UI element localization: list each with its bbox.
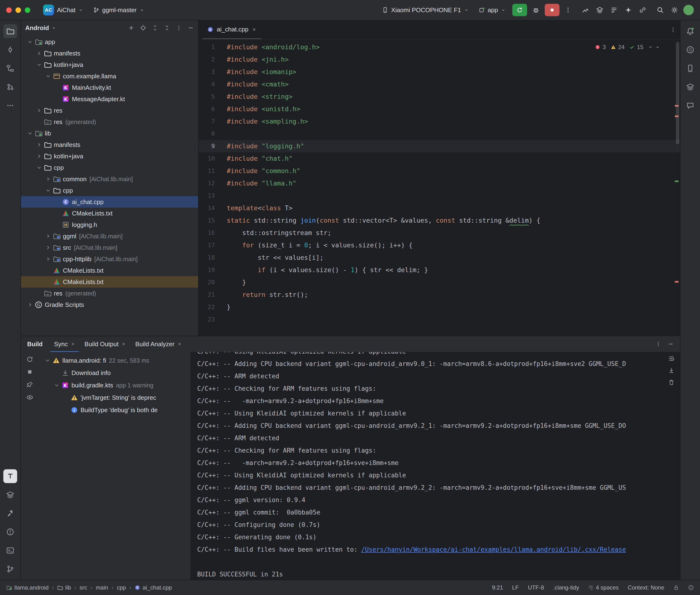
tree-item[interactable]: src[AiChat.lib.main] xyxy=(21,242,198,253)
minimize-window-button[interactable] xyxy=(16,7,21,13)
line-number[interactable]: 2 xyxy=(199,53,223,66)
line-number[interactable]: 13 xyxy=(199,190,223,202)
line-number[interactable]: 20 xyxy=(199,276,223,289)
rerun-button[interactable] xyxy=(512,4,527,16)
indent-widget[interactable]: 4 spaces xyxy=(588,584,619,591)
tree-item[interactable]: CMakeLists.txt xyxy=(21,265,198,276)
run-configuration-selector[interactable]: app xyxy=(475,4,509,16)
close-window-button[interactable] xyxy=(6,7,12,13)
more-options-icon[interactable] xyxy=(655,341,662,347)
chevron-open-icon[interactable] xyxy=(35,164,43,171)
chevron-open-icon[interactable] xyxy=(43,357,52,364)
more-options-icon[interactable] xyxy=(176,25,182,31)
breadcrumb-item[interactable]: src xyxy=(80,584,87,591)
editor-options-icon[interactable] xyxy=(670,27,676,33)
next-problem-icon[interactable] xyxy=(655,45,660,50)
code-line[interactable]: 8 xyxy=(199,128,680,140)
tree-item[interactable]: cpp-httplib[AiChat.lib.main] xyxy=(21,253,198,265)
console-file-link[interactable]: /Users/hanyin/Workspace/ai-chat/examples… xyxy=(361,546,626,553)
line-number[interactable]: 19 xyxy=(199,264,223,276)
more-actions-button[interactable] xyxy=(565,7,571,13)
expand-all-icon[interactable] xyxy=(152,25,158,31)
collapse-all-icon[interactable] xyxy=(164,25,170,31)
line-number[interactable]: 8 xyxy=(199,128,223,140)
more-tool-windows-button[interactable] xyxy=(3,98,17,112)
chevron-closed-icon[interactable] xyxy=(44,176,52,182)
previous-problem-icon[interactable] xyxy=(648,45,653,50)
close-icon[interactable] xyxy=(71,342,75,346)
line-number[interactable]: 7 xyxy=(199,115,223,128)
notifications-tool-button[interactable] xyxy=(683,24,697,38)
hide-panel-icon[interactable] xyxy=(188,25,194,31)
code-line[interactable]: 14template<class T> xyxy=(199,202,680,214)
line-number[interactable]: 4 xyxy=(199,78,223,90)
code-line[interactable]: 20 } xyxy=(199,276,680,289)
pin-icon[interactable] xyxy=(26,381,33,388)
line-number[interactable]: 22 xyxy=(199,301,223,313)
tree-item[interactable]: res(generated) xyxy=(21,288,198,299)
tab-sync[interactable]: Sync xyxy=(50,336,79,352)
code-line[interactable]: 15static std::string join(const std::vec… xyxy=(199,214,680,227)
problems-tool-button[interactable] xyxy=(3,525,17,539)
search-everywhere-icon[interactable] xyxy=(657,6,664,13)
locate-file-icon[interactable] xyxy=(140,25,146,31)
device-selector[interactable]: Xiaomi POCOPHONE F1 xyxy=(379,4,472,16)
breadcrumb-item[interactable]: cpp xyxy=(117,584,126,591)
line-number[interactable]: 21 xyxy=(199,289,223,301)
line-number[interactable]: 1 xyxy=(199,41,223,53)
app-inspection-icon[interactable] xyxy=(596,6,603,13)
editor-scrollbar[interactable] xyxy=(676,42,679,144)
code-line[interactable]: 9#include "logging.h" xyxy=(199,140,680,152)
hide-panel-icon[interactable] xyxy=(668,341,674,347)
line-number[interactable]: 3 xyxy=(199,66,223,78)
gemini-icon[interactable] xyxy=(625,6,632,13)
code-line[interactable]: 5#include <string> xyxy=(199,90,680,103)
tree-item[interactable]: res xyxy=(21,105,198,116)
chevron-closed-icon[interactable] xyxy=(35,153,43,160)
tree-item[interactable]: Hlogging.h xyxy=(21,219,198,230)
close-icon[interactable] xyxy=(177,342,182,346)
zoom-window-button[interactable] xyxy=(25,7,30,13)
chevron-open-icon[interactable] xyxy=(44,73,52,80)
tree-item[interactable]: cpp xyxy=(21,162,198,173)
close-tab-icon[interactable] xyxy=(252,27,256,32)
chevron-open-icon[interactable] xyxy=(26,38,34,45)
caret-position[interactable]: 9:21 xyxy=(492,584,503,591)
device-manager-tool-button[interactable] xyxy=(683,61,697,75)
line-number[interactable]: 6 xyxy=(199,103,223,115)
code-line[interactable]: 12#include "llama.h" xyxy=(199,177,680,190)
notifications-status-icon[interactable] xyxy=(688,585,694,591)
running-devices-tool-button[interactable] xyxy=(683,80,697,94)
project-tool-button[interactable] xyxy=(3,24,17,38)
build-tree-item[interactable]: 'jvmTarget: String' is deprec xyxy=(38,391,191,404)
code-line[interactable]: 2#include <jni.h> xyxy=(199,53,680,66)
line-number[interactable]: 5 xyxy=(199,90,223,103)
code-line[interactable]: 16 std::ostringstream str; xyxy=(199,227,680,239)
build-window-title[interactable]: Build xyxy=(27,340,43,348)
code-line[interactable]: 19 if (i < values.size() - 1) { str << d… xyxy=(199,264,680,276)
tree-item[interactable]: cpp xyxy=(21,185,198,196)
code-line[interactable]: 22} xyxy=(199,301,680,313)
tree-item[interactable]: app xyxy=(21,36,198,48)
code-line[interactable]: 7#include <sampling.h> xyxy=(199,115,680,128)
line-separator[interactable]: LF xyxy=(512,584,519,591)
chevron-down-icon[interactable] xyxy=(52,26,56,30)
tree-item[interactable]: kotlin+java xyxy=(21,59,198,70)
clang-tidy-widget[interactable]: .clang-tidy xyxy=(553,584,579,591)
code-line[interactable]: 3#include <iomanip> xyxy=(199,66,680,78)
error-stripe-mark[interactable] xyxy=(675,180,678,182)
chevron-closed-icon[interactable] xyxy=(35,141,43,148)
tree-item[interactable]: common[AiChat.lib.main] xyxy=(21,173,198,185)
error-stripe-mark[interactable] xyxy=(675,281,678,283)
commit-tool-button[interactable] xyxy=(3,43,17,57)
chevron-closed-icon[interactable] xyxy=(44,233,52,239)
chevron-closed-icon[interactable] xyxy=(44,256,52,262)
chevron-closed-icon[interactable] xyxy=(35,107,43,114)
build-tree-item[interactable]: llama.android: fi22 sec, 583 ms xyxy=(38,354,191,367)
clear-console-icon[interactable] xyxy=(668,379,675,386)
code-line[interactable]: 21 return str.str(); xyxy=(199,289,680,301)
build-console[interactable]: C/C++: -- Using KleidiAI optimized kerne… xyxy=(191,352,680,580)
pull-requests-tool-button[interactable] xyxy=(3,80,17,94)
rerun-sync-icon[interactable] xyxy=(26,356,33,363)
error-stripe-mark[interactable] xyxy=(675,115,678,117)
